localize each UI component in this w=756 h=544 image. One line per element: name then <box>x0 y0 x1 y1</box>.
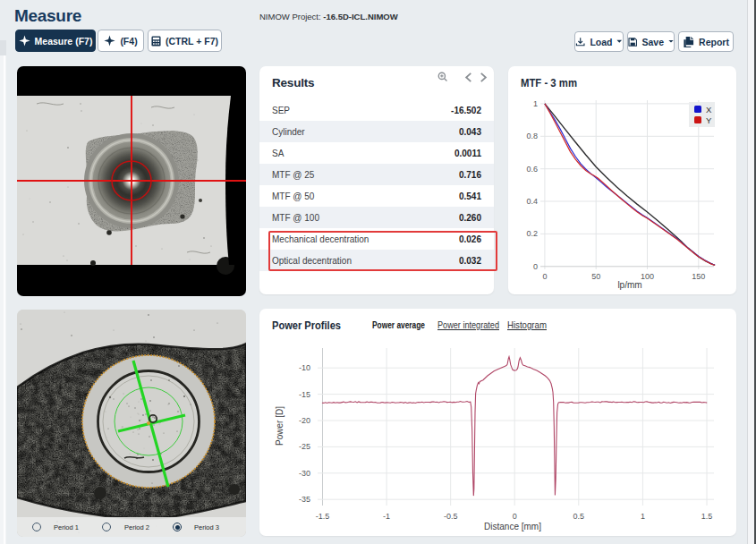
svg-text:-20: -20 <box>299 416 310 425</box>
svg-text:-30: -30 <box>299 469 310 478</box>
svg-text:Power [D]: Power [D] <box>275 406 285 446</box>
svg-text:-25: -25 <box>299 442 310 451</box>
svg-text:-1.5: -1.5 <box>316 512 330 521</box>
svg-text:-10: -10 <box>299 363 310 372</box>
svg-text:Histogram: Histogram <box>507 319 547 330</box>
svg-text:Power average: Power average <box>372 319 425 330</box>
svg-text:Power integrated: Power integrated <box>437 319 499 330</box>
svg-text:-15: -15 <box>299 390 310 399</box>
svg-text:-1: -1 <box>383 512 390 521</box>
svg-text:1.5: 1.5 <box>701 512 713 521</box>
svg-text:0.5: 0.5 <box>573 512 585 521</box>
svg-text:1: 1 <box>641 512 645 521</box>
svg-text:-35: -35 <box>299 495 310 504</box>
svg-text:Power Profiles: Power Profiles <box>272 319 341 332</box>
svg-text:-0.5: -0.5 <box>444 512 458 521</box>
svg-text:0: 0 <box>513 512 517 521</box>
svg-text:Distance [mm]: Distance [mm] <box>484 522 541 531</box>
